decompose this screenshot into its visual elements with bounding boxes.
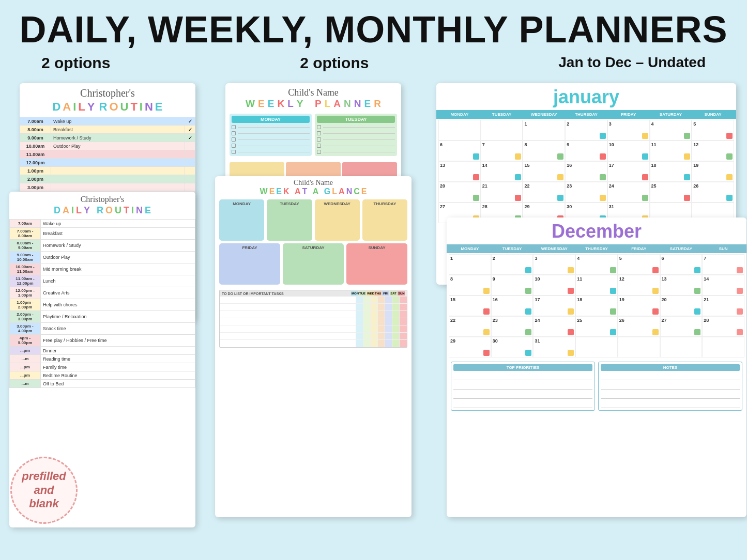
prefilled-stamp: prefilled and blank <box>10 457 78 524</box>
card2-script-name: Christopher's <box>9 192 195 205</box>
card1-title: D A I L Y R O U T I N E <box>20 100 195 117</box>
day-saturday-box: SATURDAY <box>283 243 344 285</box>
card2-table: 7.00amWake up 7.00am - 8.00amBreakfast 8… <box>9 219 195 388</box>
january-title: january <box>436 83 736 110</box>
week-glance-upper-grid: MONDAY TUESDAY WEDNESDAY THURSDAY <box>215 199 411 243</box>
notes-label: NOTES <box>601 364 740 371</box>
weekly-grid: MONDAY TUESDAY <box>225 114 401 160</box>
weekly-script-name: Child's Name <box>225 83 401 98</box>
december-title: December <box>447 217 746 244</box>
day-thursday-box: THURSDAY <box>362 199 407 241</box>
main-title: DAILY, WEEKLY, MONTHLY PLANNERS <box>0 0 747 50</box>
week-glance-script: Child's Name <box>215 176 411 187</box>
december-grid: 1 2 3 4 5 6 7 8 9 10 11 12 13 14 15 16 1… <box>447 253 746 359</box>
card1-script-name: Christopher's <box>20 83 195 100</box>
day-wednesday-box: WEDNESDAY <box>315 199 360 241</box>
december-days-header: MONDAY TUESDAY WEDNESDAY THURSDAY FRIDAY… <box>447 244 746 253</box>
day-friday-box: FRIDAY <box>219 243 280 285</box>
weekly-title: W E E K L Y P L A N N E R <box>225 98 401 114</box>
week-glance-title: W E E K A T A G L A N C E <box>215 187 411 199</box>
week-glance-lower-grid: FRIDAY SATURDAY SUNDAY <box>215 243 411 287</box>
december-calendar-card: December MONDAY TUESDAY WEDNESDAY THURSD… <box>447 217 746 517</box>
day-monday-box: MONDAY <box>219 199 264 241</box>
day-tuesday-box: TUESDAY <box>267 199 312 241</box>
option-2-label: 2 options <box>300 54 369 72</box>
week-at-glance-card: Child's Name W E E K A T A G L A N C E <box>215 176 411 517</box>
january-days-header: MONDAY TUESDAY WEDNESDAY THURSDAY FRIDAY… <box>436 110 736 119</box>
todo-header-label: TO DO LIST OR IMPORTANT TASKS <box>222 292 351 295</box>
dec-bottom-sections: TOP PRIORITIES NOTES <box>447 359 746 414</box>
card2-title: D A I L Y R O U T I N E <box>9 205 195 219</box>
january-grid: 1 2 3 4 5 6 7 8 9 10 11 12 13 14 15 16 1… <box>436 119 736 224</box>
day-sunday-box: SUNDAY <box>346 243 407 285</box>
top-priorities-label: TOP PRIORITIES <box>453 364 592 371</box>
option-3-label: Jan to Dec – Undated <box>558 54 706 72</box>
todo-section: TO DO LIST OR IMPORTANT TASKS MON TUE WE… <box>215 287 411 350</box>
option-1-label: 2 options <box>41 54 110 72</box>
